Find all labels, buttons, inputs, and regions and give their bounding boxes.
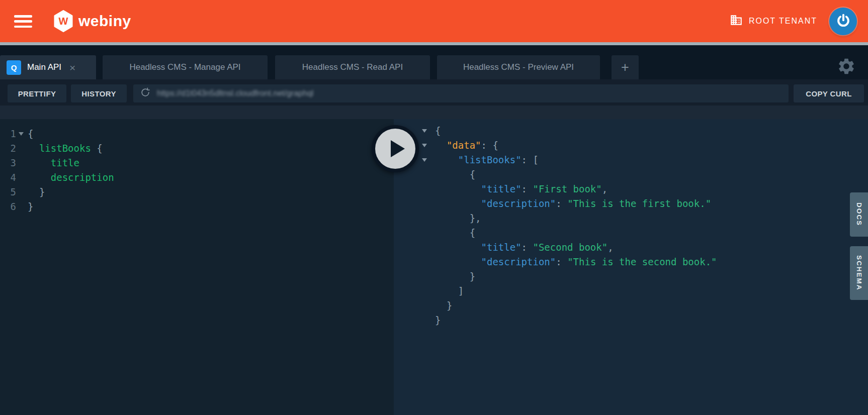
code-line: } (394, 298, 868, 313)
code-line: 1{ (0, 127, 394, 141)
code-text: } (28, 185, 45, 199)
code-text: { (435, 167, 475, 182)
line-number: 4 (4, 170, 16, 185)
endpoint-url-input[interactable]: https://d1t043n5dltnsl.cloudfront.net/gr… (133, 84, 789, 102)
code-line: 3 title (0, 156, 394, 170)
code-line: "listBooks": [ (394, 153, 868, 167)
building-icon (730, 14, 743, 29)
code-text: { (435, 124, 441, 138)
result-pane: { "data": { "listBooks": [ { "title": "F… (394, 119, 868, 415)
app-header: W webiny ROOT TENANT (0, 0, 868, 42)
code-line: 5 } (0, 185, 394, 199)
fold-arrow-icon[interactable] (422, 144, 427, 147)
line-number: 1 (4, 127, 16, 141)
schema-side-tab[interactable]: SCHEMA (850, 246, 868, 300)
code-line: "description": "This is the second book.… (394, 255, 868, 269)
code-text: "listBooks": [ (435, 153, 539, 167)
hamburger-menu-icon[interactable] (14, 15, 32, 28)
prettify-button[interactable]: PRETTIFY (8, 84, 66, 102)
history-button[interactable]: HISTORY (71, 84, 127, 102)
tenant-selector[interactable]: ROOT TENANT (730, 0, 817, 42)
fold-arrow-icon[interactable] (19, 132, 24, 136)
playground-content: 1{2 listBooks {3 title4 description5 }6}… (0, 119, 868, 415)
query-editor-pane[interactable]: 1{2 listBooks {3 title4 description5 }6} (0, 119, 394, 415)
tab-label: Main API (27, 62, 61, 72)
code-text: "data": { (435, 138, 498, 153)
fold-arrow-icon[interactable] (422, 158, 427, 162)
tenant-label: ROOT TENANT (749, 17, 817, 26)
reload-icon[interactable] (140, 87, 151, 100)
code-text: title (28, 156, 79, 170)
code-line: "description": "This is the first book." (394, 196, 868, 211)
code-text: } (435, 298, 452, 313)
docs-side-tab[interactable]: DOCS (850, 192, 868, 237)
tab-headless-cms-read-api[interactable]: Headless CMS - Read API (275, 55, 430, 79)
code-text: "description": "This is the second book.… (435, 255, 717, 269)
tab-label: Headless CMS - Read API (302, 62, 403, 72)
tab-label: Headless CMS - Preview API (463, 62, 574, 72)
fold-gutter (17, 132, 28, 136)
code-line: }, (394, 211, 868, 226)
code-text: ] (435, 284, 464, 298)
endpoint-url-text: https://d1t043n5dltnsl.cloudfront.net/gr… (157, 89, 313, 98)
plus-icon: + (621, 60, 629, 75)
result-viewer: { "data": { "listBooks": [ { "title": "F… (394, 124, 868, 328)
close-tab-icon[interactable]: × (69, 62, 75, 73)
code-text: "title": "Second book", (435, 240, 614, 255)
code-line: { (394, 226, 868, 240)
fold-gutter (422, 129, 435, 133)
code-text: description (28, 170, 114, 185)
settings-gear-icon[interactable] (837, 57, 856, 76)
line-number: 2 (4, 141, 16, 156)
code-line: 6} (0, 199, 394, 214)
fold-gutter (422, 144, 435, 147)
logo-initial: W (53, 10, 73, 32)
copy-curl-button[interactable]: COPY CURL (794, 84, 864, 102)
webiny-logo: W webiny (53, 10, 131, 32)
query-editor[interactable]: 1{2 listBooks {3 title4 description5 }6} (0, 127, 394, 214)
code-text: } (435, 313, 441, 328)
user-avatar[interactable] (829, 8, 857, 35)
toolbar-lower-band (0, 106, 868, 119)
play-button-circle (375, 129, 415, 169)
code-text: { (28, 127, 33, 141)
code-line: 4 description (0, 170, 394, 185)
code-line: } (394, 269, 868, 284)
api-tab-bar: Q Main API × Headless CMS - Manage API H… (0, 45, 868, 79)
tab-main-api[interactable]: Q Main API × (0, 55, 96, 79)
tab-headless-cms-manage-api[interactable]: Headless CMS - Manage API (103, 55, 268, 79)
line-number: 5 (4, 185, 16, 199)
code-line: ] (394, 284, 868, 298)
graphql-playground-app: W webiny ROOT TENANT Q Main A (0, 0, 868, 415)
code-text: }, (435, 211, 481, 226)
code-text: "title": "First book", (435, 182, 607, 196)
code-line: { (394, 167, 868, 182)
query-badge: Q (7, 60, 21, 75)
editor-toolbar: PRETTIFY HISTORY https://d1t043n5dltnsl.… (0, 79, 868, 106)
fold-arrow-icon[interactable] (422, 129, 427, 133)
gravatar-power-icon (835, 13, 851, 31)
code-line: { (394, 124, 868, 138)
code-text: } (435, 269, 475, 284)
brand-wordmark: webiny (78, 13, 131, 30)
tab-label: Headless CMS - Manage API (129, 62, 240, 72)
code-text: listBooks { (28, 141, 103, 156)
code-line: "title": "Second book", (394, 240, 868, 255)
code-line: } (394, 313, 868, 328)
fold-gutter (422, 158, 435, 162)
code-text: { (435, 226, 475, 240)
play-icon (391, 140, 405, 157)
execute-query-button[interactable] (372, 125, 419, 172)
code-text: } (28, 199, 33, 214)
code-line: "title": "First book", (394, 182, 868, 196)
line-number: 3 (4, 156, 16, 170)
code-text: "description": "This is the first book." (435, 196, 711, 211)
line-number: 6 (4, 199, 16, 214)
tab-headless-cms-preview-api[interactable]: Headless CMS - Preview API (437, 55, 600, 79)
webiny-hexagon-icon: W (53, 10, 73, 32)
code-line: "data": { (394, 138, 868, 153)
add-tab-button[interactable]: + (612, 55, 639, 79)
code-line: 2 listBooks { (0, 141, 394, 156)
